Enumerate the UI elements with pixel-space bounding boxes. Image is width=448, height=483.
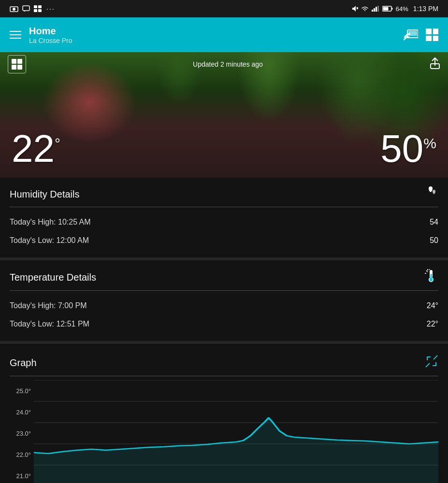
status-bar: ··· bbox=[0, 0, 448, 17]
main-content: Updated 2 minutes ago 22° 50% bbox=[0, 52, 448, 483]
graph-divider bbox=[10, 376, 438, 376]
battery-percent: 64% bbox=[396, 5, 408, 13]
weather-background: Updated 2 minutes ago 22° 50% bbox=[0, 52, 448, 178]
temperature-low-label: Today's Low: 12:51 PM bbox=[10, 320, 89, 328]
svg-rect-15 bbox=[383, 7, 388, 11]
nav-subtitle: La Crosse Pro bbox=[29, 37, 72, 44]
humidity-details-card: Humidity Details Today's High: 10:25 AM … bbox=[0, 178, 448, 257]
svg-rect-3 bbox=[34, 5, 37, 8]
temperature-high-value: 24° bbox=[427, 301, 438, 310]
svg-rect-10 bbox=[374, 8, 375, 12]
graph-svg-container bbox=[34, 380, 438, 483]
layout-grid-button[interactable] bbox=[8, 55, 26, 73]
temperature-low-value: 22° bbox=[427, 320, 438, 328]
signal-icon bbox=[372, 6, 379, 12]
graph-title: Graph bbox=[10, 357, 37, 369]
humidity-high-label: Today's High: 10:25 AM bbox=[10, 218, 91, 227]
temperature-card-title: Temperature Details bbox=[10, 272, 96, 283]
humidity-low-label: Today's Low: 12:00 AM bbox=[10, 236, 89, 245]
update-status: Updated 2 minutes ago bbox=[193, 60, 263, 68]
battery-icon bbox=[382, 6, 393, 12]
svg-line-22 bbox=[429, 269, 430, 270]
graph-card: Graph 25 bbox=[0, 346, 448, 483]
svg-line-20 bbox=[426, 270, 428, 272]
graph-label-22: 22.0° bbox=[10, 451, 34, 458]
wifi-icon bbox=[361, 6, 369, 12]
top-bar: Updated 2 minutes ago bbox=[0, 52, 448, 76]
temperature-icon bbox=[424, 269, 438, 285]
graph-label-21: 21.0° bbox=[10, 472, 34, 480]
status-right: 64% 1:13 PM bbox=[351, 5, 438, 13]
svg-marker-33 bbox=[34, 418, 438, 483]
grid-view-icon[interactable] bbox=[426, 28, 438, 41]
graph-label-24: 24.0° bbox=[10, 409, 34, 416]
humidity-low-row: Today's Low: 12:00 AM 50 bbox=[10, 231, 438, 250]
graph-y-labels: 25.0° 24.0° 23.0° 22.0° 21.0° bbox=[10, 380, 34, 483]
expand-arrows-icon bbox=[425, 355, 438, 368]
more-icon: ··· bbox=[46, 5, 55, 13]
svg-rect-9 bbox=[372, 10, 373, 12]
svg-point-1 bbox=[13, 8, 15, 11]
mute-icon bbox=[351, 5, 358, 12]
svg-rect-5 bbox=[34, 9, 37, 12]
card-gap-2 bbox=[0, 341, 448, 344]
humidity-display: 50% bbox=[380, 129, 436, 168]
weather-display: 22° 50% bbox=[0, 129, 448, 168]
cast-icon[interactable] bbox=[404, 29, 418, 41]
expand-graph-button[interactable] bbox=[425, 355, 438, 371]
temperature-divider bbox=[10, 290, 438, 291]
water-drops-icon bbox=[423, 186, 438, 199]
photo-icon bbox=[10, 5, 18, 12]
apps-icon bbox=[34, 5, 43, 12]
humidity-low-value: 50 bbox=[430, 236, 438, 245]
nav-title-group: Home La Crosse Pro bbox=[29, 26, 72, 44]
nav-title: Home bbox=[29, 26, 72, 37]
temperature-high-label: Today's High: 7:00 PM bbox=[10, 301, 87, 310]
svg-rect-4 bbox=[38, 5, 42, 8]
graph-area: 25.0° 24.0° 23.0° 22.0° 21.0° bbox=[10, 380, 438, 483]
phone-frame: ··· bbox=[0, 0, 448, 483]
temperature-card-header: Temperature Details bbox=[10, 260, 438, 290]
temperature-low-row: Today's Low: 12:51 PM 22° bbox=[10, 315, 438, 333]
graph-label-25: 25.0° bbox=[10, 387, 34, 395]
nav-left: Home La Crosse Pro bbox=[10, 26, 72, 44]
humidity-high-value: 54 bbox=[430, 218, 438, 227]
humidity-high-row: Today's High: 10:25 AM 54 bbox=[10, 213, 438, 231]
share-button[interactable] bbox=[430, 57, 440, 72]
svg-rect-6 bbox=[38, 9, 42, 12]
svg-rect-2 bbox=[23, 6, 29, 11]
svg-rect-11 bbox=[376, 7, 377, 12]
graph-label-23: 23.0° bbox=[10, 430, 34, 437]
status-left: ··· bbox=[10, 5, 55, 13]
nav-bar: Home La Crosse Pro bbox=[0, 17, 448, 52]
thermometer-sun-icon bbox=[424, 269, 438, 283]
svg-rect-12 bbox=[377, 6, 379, 12]
humidity-icon bbox=[423, 186, 438, 202]
temperature-graph-svg bbox=[34, 380, 438, 483]
content-grid-icon bbox=[12, 59, 22, 70]
temperature-high-row: Today's High: 7:00 PM 24° bbox=[10, 297, 438, 315]
graph-header: Graph bbox=[10, 346, 438, 376]
nav-right bbox=[404, 28, 438, 41]
time-display: 1:13 PM bbox=[413, 5, 438, 13]
humidity-card-header: Humidity Details bbox=[10, 178, 438, 207]
svg-rect-14 bbox=[391, 8, 392, 10]
scroll-content[interactable]: Humidity Details Today's High: 10:25 AM … bbox=[0, 178, 448, 483]
svg-rect-18 bbox=[408, 31, 417, 36]
temperature-details-card: Temperature Details bbox=[0, 260, 448, 341]
temperature-display: 22° bbox=[12, 129, 60, 168]
menu-button[interactable] bbox=[10, 31, 21, 39]
chat-icon bbox=[22, 5, 30, 12]
svg-point-27 bbox=[430, 278, 433, 282]
humidity-divider bbox=[10, 207, 438, 207]
humidity-card-title: Humidity Details bbox=[10, 189, 79, 200]
